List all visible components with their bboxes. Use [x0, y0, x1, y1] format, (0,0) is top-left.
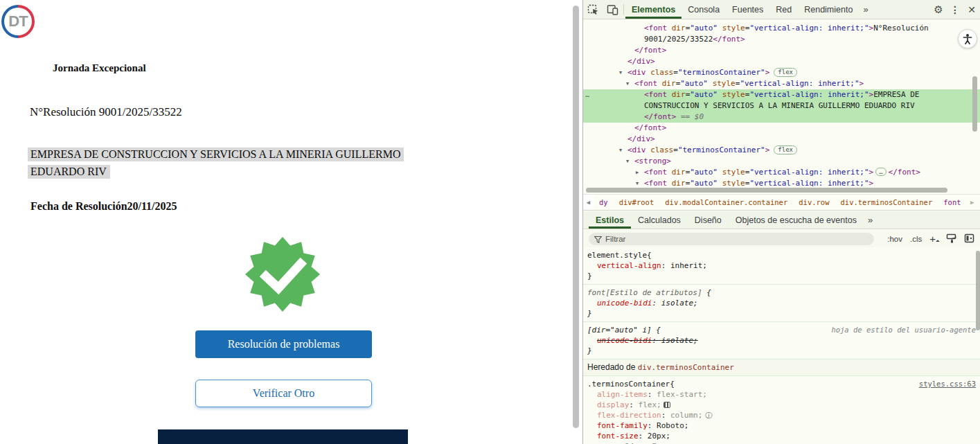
css-selector: [dir="auto" i]	[587, 326, 656, 335]
css-property[interactable]: vertical-align: inherit;	[586, 260, 976, 271]
breadcrumb-left-arrow-icon[interactable]: ◀	[583, 195, 594, 210]
code-token: </font>	[634, 123, 666, 132]
css-rule[interactable]: hoja de estilo del usuario-agente[dir="a…	[583, 322, 980, 359]
inherited-node-link[interactable]: div.terminosContainer	[638, 363, 734, 372]
breadcrumb-right-arrow-icon[interactable]: ▶	[970, 195, 980, 210]
troubleshoot-button[interactable]: Resolución de problemas	[195, 330, 372, 358]
breadcrumb-item[interactable]: div.terminosContainer	[839, 197, 935, 208]
resolution-date: Fecha de Resolución20/11/2025	[30, 200, 177, 213]
new-style-rule-button[interactable]: +	[929, 233, 938, 245]
css-property[interactable]: align-items: flex-start;	[586, 389, 976, 400]
company-name-line2: EDUARDO RIV	[28, 165, 110, 179]
more-tabs-button[interactable]: »	[859, 0, 872, 19]
css-selector: .terminosContainer	[587, 380, 670, 389]
dom-node[interactable]: ▼<font dir="auto" style="vertical-align:…	[583, 78, 980, 89]
styles-filter-bar: :hov .cls +	[583, 230, 980, 247]
menu-dots-icon[interactable]: ⋮	[947, 4, 963, 15]
chevron-down-icon[interactable]: ▼	[626, 156, 634, 167]
code-token: <font	[634, 79, 662, 88]
css-property[interactable]: font-size: 20px;	[586, 431, 976, 441]
device-toolbar-icon[interactable]	[603, 0, 622, 19]
css-property[interactable]: unicode-bidi: isolate;	[586, 335, 976, 346]
css-selector: element.style	[587, 251, 647, 260]
close-icon[interactable]: ✕	[963, 4, 980, 15]
dom-node[interactable]: <font dir="auto" style="vertical-align: …	[583, 23, 980, 34]
elements-hscrollbar[interactable]	[586, 188, 947, 193]
dom-node-selected[interactable]: CONSTRUCCION Y SERVICIOS A LA MINERIA GU…	[583, 100, 980, 112]
code-token: "auto"	[690, 90, 718, 99]
stylesheet-link[interactable]: styles.css:63	[919, 379, 976, 389]
dom-node[interactable]: ▼<strong>	[583, 156, 980, 167]
page-scrollbar[interactable]	[573, 6, 579, 428]
dom-node[interactable]: </div>	[583, 56, 980, 67]
css-property[interactable]: unicode-bidi: isolate;	[586, 298, 976, 308]
hover-state-toggle[interactable]: :hov	[887, 235, 902, 243]
code-token: dir	[672, 179, 686, 186]
dom-node[interactable]: ▼<div class="terminosContainer">flex	[583, 145, 980, 156]
tab-rendimiento[interactable]: Rendimiento	[798, 0, 859, 19]
verified-page: DT Jornada Excepcional N°Resolución 9001…	[0, 0, 571, 444]
flex-badge[interactable]: flex	[774, 145, 797, 154]
gear-icon[interactable]: ⚙	[930, 3, 947, 16]
breadcrumb-item[interactable]: font	[941, 197, 963, 208]
styles-filter-input[interactable]	[589, 233, 874, 245]
node-menu-icon[interactable]: …	[585, 89, 590, 100]
flex-badge[interactable]: flex	[774, 68, 797, 77]
code-token: <div	[627, 145, 650, 154]
breadcrumb-item[interactable]: div.modalContainer.container	[663, 197, 790, 208]
dom-node[interactable]: ▼<div class="terminosContainer">flex	[583, 67, 980, 78]
styles-scrollbar[interactable]	[976, 251, 980, 330]
chevron-down-icon[interactable]: ▼	[626, 78, 634, 89]
dt-logo-text: DT	[4, 8, 32, 35]
css-property[interactable]: display: flex;	[586, 400, 976, 410]
dom-node[interactable]: ▶<font dir="auto" style="vertical-align:…	[583, 167, 980, 178]
verify-another-button[interactable]: Verificar Otro	[195, 380, 372, 407]
class-toggle[interactable]: .cls	[910, 235, 922, 243]
expand-ellipsis-icon[interactable]: …	[875, 168, 886, 176]
chevron-down-icon[interactable]: ▼	[636, 178, 644, 186]
tab-consola[interactable]: Consola	[681, 0, 726, 19]
dom-node[interactable]: ▼<font dir="auto" style="vertical-align:…	[583, 178, 980, 186]
rendering-emulation-icon[interactable]	[946, 233, 956, 245]
dom-node-selected[interactable]: …<font dir="auto" style="vertical-align:…	[583, 89, 980, 100]
dom-node[interactable]: </font>	[583, 45, 980, 56]
code-token: </font>	[713, 35, 745, 44]
accessibility-icon[interactable]	[958, 29, 977, 48]
chevron-down-icon[interactable]: ▼	[619, 67, 627, 78]
flex-editor-icon[interactable]	[663, 402, 670, 408]
code-token: dir	[672, 168, 686, 177]
sidebar-toggle-icon[interactable]	[964, 233, 974, 245]
css-property[interactable]: flex-direction: column;ⓘ	[586, 410, 976, 420]
dom-node[interactable]: 9001/2025/33522</font>	[583, 34, 980, 45]
styles-tab-estilos[interactable]: Estilos	[589, 211, 631, 229]
tab-red[interactable]: Red	[769, 0, 798, 19]
elements-scrollbar[interactable]	[972, 76, 977, 132]
code-token: <font	[644, 90, 672, 99]
breadcrumb-item[interactable]: div#root	[617, 197, 657, 208]
styles-tab-diseño[interactable]: Diseño	[688, 211, 729, 229]
code-token: </div>	[627, 134, 655, 143]
dom-node-selected[interactable]: </font> == $0	[583, 112, 980, 123]
css-rule[interactable]: element.style{vertical-align: inherit;}	[583, 247, 980, 285]
css-property[interactable]: font-family: Roboto;	[586, 420, 976, 431]
dom-node[interactable]: </div>	[583, 134, 980, 145]
styles-tab-objetos-de-escucha-de-eventos[interactable]: Objetos de escucha de eventos	[729, 211, 864, 229]
code-token: "auto"	[690, 179, 718, 186]
css-rule[interactable]: styles.css:63.terminosContainer{align-it…	[583, 376, 980, 444]
css-property[interactable]: gap: ▶24px;ⓘ	[586, 441, 976, 444]
inspect-element-icon[interactable]	[583, 0, 603, 19]
styles-tab-calculados[interactable]: Calculados	[631, 211, 688, 229]
css-rule[interactable]: font[Estilo de atributos] {unicode-bidi:…	[583, 285, 980, 322]
breadcrumb-item[interactable]: dy	[597, 197, 610, 208]
more-styles-tabs-button[interactable]: »	[864, 211, 877, 229]
code-token: >	[869, 168, 874, 177]
code-token: dir	[662, 79, 676, 88]
info-icon[interactable]: ⓘ	[705, 411, 712, 419]
tab-elementos[interactable]: Elementos	[625, 0, 681, 19]
chevron-right-icon[interactable]: ▶	[636, 167, 644, 178]
breadcrumb-item[interactable]: div.row	[796, 197, 831, 208]
chevron-down-icon[interactable]: ▼	[619, 145, 627, 156]
tab-fuentes[interactable]: Fuentes	[726, 0, 769, 19]
dom-node[interactable]: </font>	[583, 123, 980, 134]
code-token: "auto"	[690, 168, 718, 177]
